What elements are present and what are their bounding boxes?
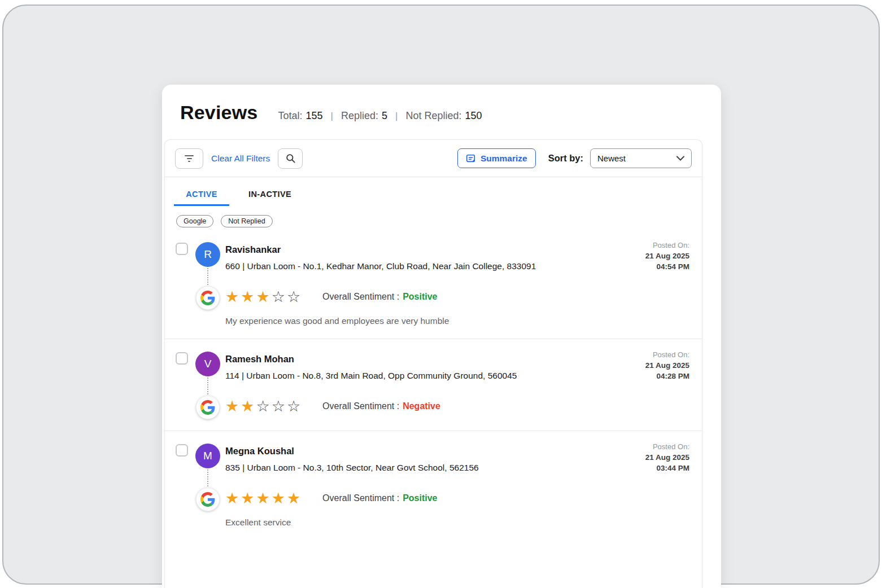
star-empty-icon: ☆ <box>287 288 302 305</box>
avatar: M <box>195 444 220 468</box>
review-checkbox[interactable] <box>176 444 188 457</box>
review-list: R Ravishankar 660 | Urban Loom - No.1, K… <box>165 230 702 540</box>
review-checkbox[interactable] <box>176 352 188 365</box>
filter-icon <box>185 155 194 162</box>
overall-sentiment: Overall Sentiment :Positive <box>322 493 437 503</box>
star-filled-icon: ★ <box>225 398 241 415</box>
sort-control: Sort by: Newest <box>548 148 692 168</box>
review-stats: Total:155 | Replied:5 | Not Replied:150 <box>278 110 482 122</box>
posted-time: 04:28 PM <box>645 371 689 381</box>
stat-separator: | <box>331 111 333 122</box>
filter-chip-google[interactable]: Google <box>176 215 213 227</box>
connector-line <box>207 378 208 394</box>
sentiment-label: Overall Sentiment : <box>322 292 399 301</box>
toolbar-left: Clear All Filters <box>175 148 303 169</box>
review-item: M Megna Koushal 835 | Urban Loom - No.3,… <box>165 431 702 540</box>
star-filled-icon: ★ <box>241 398 256 415</box>
overall-sentiment: Overall Sentiment :Positive <box>322 292 437 302</box>
chevron-down-icon <box>676 156 684 161</box>
clear-all-filters-button[interactable]: Clear All Filters <box>211 153 270 164</box>
rating-row: ★★★★★ Overall Sentiment :Positive <box>225 486 693 511</box>
review-checkbox[interactable] <box>176 243 188 255</box>
summarize-button[interactable]: Summarize <box>457 148 536 168</box>
toolbar-right: Summarize Sort by: Newest <box>457 148 692 168</box>
review-location: 835 | Urban Loom - No.3, 10th Sector, Ne… <box>225 461 693 475</box>
rating-row: ★★☆☆☆ Overall Sentiment :Negative <box>225 394 693 419</box>
review-text: Excellent service <box>225 516 693 529</box>
star-rating: ★★★★★ <box>225 491 302 506</box>
star-filled-icon: ★ <box>225 490 241 507</box>
star-empty-icon: ☆ <box>287 398 302 415</box>
posted-on-block: Posted On: 21 Aug 2025 04:28 PM <box>645 349 689 381</box>
google-icon <box>196 286 220 310</box>
reviewer-name: Megna Koushal <box>225 444 693 458</box>
posted-date: 21 Aug 2025 <box>645 251 689 261</box>
reviewer-name: Ravishankar <box>225 242 693 257</box>
google-icon <box>196 396 220 419</box>
posted-time: 04:54 PM <box>645 261 689 272</box>
sort-select[interactable]: Newest <box>590 148 692 168</box>
posted-on-label: Posted On: <box>645 441 689 452</box>
star-empty-icon: ☆ <box>272 288 287 305</box>
avatar: V <box>195 352 220 376</box>
reviews-panel: Reviews Total:155 | Replied:5 | Not Repl… <box>162 85 721 588</box>
review-icon-column: V <box>195 352 220 419</box>
connector-line <box>207 268 208 285</box>
sentiment-value: Positive <box>403 292 437 301</box>
star-rating: ★★★☆☆ <box>225 289 302 305</box>
posted-on-label: Posted On: <box>645 240 689 251</box>
posted-date: 21 Aug 2025 <box>645 360 689 371</box>
reviews-card: Clear All Filters Summarize <box>164 139 702 588</box>
review-location: 114 | Urban Loom - No.8, 3rd Main Road, … <box>225 369 693 383</box>
star-filled-icon: ★ <box>287 490 302 507</box>
panel-header: Reviews Total:155 | Replied:5 | Not Repl… <box>162 85 721 124</box>
star-filled-icon: ★ <box>272 490 287 507</box>
avatar-letter: R <box>204 248 212 261</box>
posted-on-label: Posted On: <box>645 349 689 360</box>
page-title: Reviews <box>180 102 257 124</box>
avatar: R <box>195 242 220 267</box>
stat-separator: | <box>395 111 398 122</box>
star-empty-icon: ☆ <box>256 398 271 415</box>
star-rating: ★★☆☆☆ <box>225 399 302 414</box>
review-content: Ravishankar 660 | Urban Loom - No.1, Ked… <box>225 242 693 327</box>
filter-chip-not-replied[interactable]: Not Replied <box>221 215 272 227</box>
review-item: R Ravishankar 660 | Urban Loom - No.1, K… <box>165 230 702 339</box>
star-filled-icon: ★ <box>256 490 271 507</box>
review-location: 660 | Urban Loom - No.1, Kedhar Manor, C… <box>225 260 693 273</box>
filter-chips: Google Not Replied <box>165 206 702 230</box>
star-filled-icon: ★ <box>241 288 256 305</box>
toolbar: Clear All Filters Summarize <box>165 140 702 177</box>
tabs: ACTIVE IN-ACTIVE <box>165 177 702 206</box>
avatar-letter: V <box>204 358 212 370</box>
review-icon-column: M <box>195 444 220 529</box>
tab-inactive[interactable]: IN-ACTIVE <box>241 185 299 206</box>
stat-replied: Replied:5 <box>341 110 387 122</box>
sentiment-label: Overall Sentiment : <box>322 401 399 411</box>
sentiment-value: Negative <box>403 401 440 411</box>
summarize-icon <box>466 153 476 164</box>
sentiment-value: Positive <box>403 493 437 503</box>
filter-button[interactable] <box>175 148 203 169</box>
summarize-label: Summarize <box>481 153 527 164</box>
reviewer-name: Ramesh Mohan <box>225 352 693 366</box>
posted-time: 03:44 PM <box>645 463 689 473</box>
tab-active[interactable]: ACTIVE <box>174 185 229 206</box>
review-icon-column: R <box>195 242 220 327</box>
star-empty-icon: ☆ <box>272 398 287 415</box>
google-icon <box>196 488 220 511</box>
posted-on-block: Posted On: 21 Aug 2025 03:44 PM <box>645 441 689 473</box>
search-button[interactable] <box>278 148 303 169</box>
stat-not-replied: Not Replied:150 <box>405 110 482 122</box>
rating-row: ★★★☆☆ Overall Sentiment :Positive <box>225 284 693 309</box>
posted-date: 21 Aug 2025 <box>645 452 689 463</box>
sort-selected-value: Newest <box>597 153 626 163</box>
star-filled-icon: ★ <box>256 288 271 305</box>
sort-by-label: Sort by: <box>548 153 583 164</box>
review-text: My experience was good and employees are… <box>225 315 693 327</box>
avatar-letter: M <box>203 450 212 462</box>
overall-sentiment: Overall Sentiment :Negative <box>322 401 440 411</box>
star-filled-icon: ★ <box>241 490 256 507</box>
stat-total: Total:155 <box>278 110 322 122</box>
review-content: Ramesh Mohan 114 | Urban Loom - No.8, 3r… <box>225 352 693 419</box>
